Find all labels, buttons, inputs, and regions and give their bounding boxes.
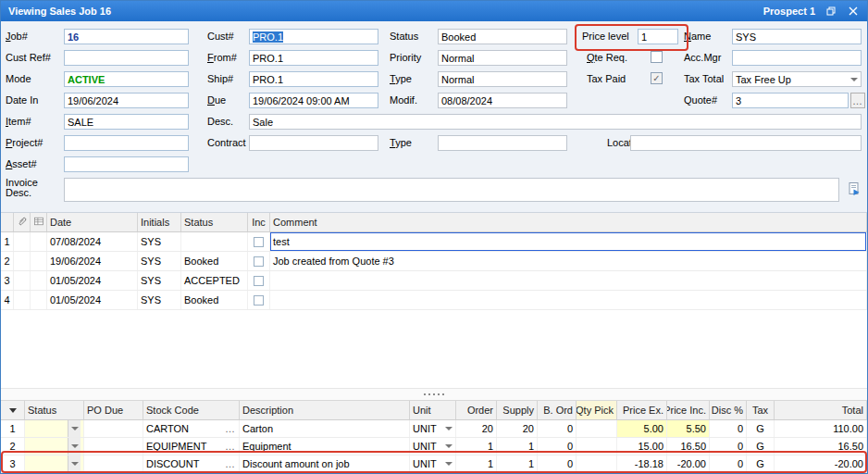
row-number[interactable]: 4 — [1, 291, 14, 309]
status-column-header[interactable]: Status — [181, 213, 248, 231]
asset-field[interactable] — [64, 156, 189, 172]
detail-cell[interactable] — [31, 291, 47, 309]
splitter-handle[interactable] — [1, 388, 867, 401]
row-number[interactable]: 1 — [1, 420, 25, 437]
row-number[interactable]: 2 — [1, 252, 14, 270]
b-ord-cell[interactable]: 0 — [538, 455, 577, 472]
lookup-ellipsis-icon[interactable]: … — [225, 458, 236, 469]
date-cell[interactable]: 01/05/2024 — [47, 271, 138, 290]
from-field[interactable]: PRO.1 — [249, 50, 378, 66]
inc-cell[interactable] — [248, 252, 270, 270]
order-cell[interactable]: 1 — [456, 455, 497, 472]
initials-cell[interactable]: SYS — [138, 291, 181, 309]
inc-checkbox[interactable] — [254, 237, 264, 247]
detail-column-header[interactable] — [31, 213, 47, 231]
date-cell[interactable]: 19/06/2024 — [47, 252, 138, 270]
price-inc-cell[interactable]: 5.50 — [667, 420, 710, 437]
status-dropdown-cell[interactable] — [25, 438, 84, 455]
inc-checkbox[interactable] — [254, 256, 264, 267]
unit-dropdown-cell[interactable]: UNIT — [410, 455, 456, 472]
modif-field[interactable]: 08/08/2024 — [438, 93, 567, 108]
price-inc-cell[interactable]: -20.00 — [667, 455, 710, 472]
stock-code-cell[interactable]: EQUIPMENT… — [143, 438, 240, 455]
comment-cell[interactable] — [270, 291, 867, 309]
b-ord-cell[interactable]: 0 — [538, 438, 577, 455]
qty-pick-cell[interactable] — [577, 455, 617, 472]
comment-column-header[interactable]: Comment — [270, 213, 867, 231]
supply-cell[interactable]: 1 — [497, 438, 538, 455]
desc-field[interactable]: Sale — [249, 114, 862, 130]
lookup-ellipsis-icon[interactable]: … — [225, 441, 236, 452]
row-number[interactable]: 3 — [1, 271, 14, 290]
qty-pick-cell[interactable] — [577, 438, 617, 455]
price-inc-column-header[interactable]: Price Inc. — [667, 401, 710, 419]
unit-dropdown-cell[interactable]: UNIT — [410, 438, 456, 455]
item-field[interactable]: SALE — [64, 114, 189, 130]
tax-cell[interactable]: G — [747, 420, 775, 437]
description-cell[interactable]: Equipment — [240, 438, 410, 455]
name-field[interactable]: SYS — [732, 29, 862, 44]
po-due-column-header[interactable]: PO Due — [84, 401, 143, 419]
inc-checkbox[interactable] — [254, 276, 264, 286]
mode-field[interactable]: ACTIVE — [64, 71, 189, 87]
detail-cell[interactable] — [31, 271, 47, 290]
status-dropdown-cell[interactable] — [25, 455, 84, 472]
dropdown-button[interactable] — [68, 455, 81, 472]
unit-dropdown-cell[interactable]: UNIT — [410, 420, 456, 437]
b-ord-column-header[interactable]: B. Ord — [538, 401, 577, 419]
cust-field[interactable]: PRO.1 — [249, 29, 378, 44]
date-in-field[interactable]: 19/06/2024 — [64, 93, 189, 108]
attachment-cell[interactable] — [14, 232, 31, 251]
date-cell[interactable]: 07/08/2024 — [47, 232, 138, 251]
total-cell[interactable]: -20.00 — [775, 455, 867, 472]
type2-field[interactable] — [438, 135, 567, 151]
quote-field[interactable]: 3 — [732, 93, 849, 108]
dropdown-button[interactable] — [68, 420, 81, 437]
detail-cell[interactable] — [31, 252, 47, 270]
status-field[interactable]: Booked — [438, 29, 567, 44]
qte-req-checkbox[interactable] — [651, 51, 663, 63]
initials-cell[interactable]: SYS — [138, 232, 181, 251]
description-column-header[interactable]: Description — [240, 401, 410, 419]
price-ex-cell[interactable]: 15.00 — [617, 438, 667, 455]
comment-cell[interactable] — [270, 271, 867, 290]
disc-column-header[interactable]: Disc % — [710, 401, 747, 419]
order-cell[interactable]: 1 — [456, 438, 497, 455]
comment-cell[interactable]: test — [270, 232, 867, 251]
inc-cell[interactable] — [248, 271, 270, 290]
po-due-cell[interactable] — [84, 455, 143, 472]
po-due-cell[interactable] — [84, 420, 143, 437]
invoice-desc-field[interactable] — [64, 178, 839, 202]
detail-cell[interactable] — [31, 232, 47, 251]
price-ex-cell[interactable]: -18.18 — [617, 455, 667, 472]
attachment-column-header[interactable] — [14, 213, 31, 231]
acc-mgr-field[interactable] — [732, 50, 862, 66]
inc-cell[interactable] — [248, 232, 270, 251]
po-due-cell[interactable] — [84, 438, 143, 455]
close-icon[interactable] — [847, 5, 860, 18]
description-cell[interactable]: Discount amount on job — [240, 455, 410, 472]
status-column-header[interactable]: Status — [25, 401, 84, 419]
qty-pick-cell[interactable] — [577, 420, 617, 437]
type-field[interactable]: Normal — [438, 71, 567, 87]
inc-checkbox[interactable] — [254, 295, 264, 306]
priority-field[interactable]: Normal — [438, 50, 567, 66]
date-cell[interactable]: 01/05/2024 — [47, 291, 138, 309]
initials-column-header[interactable]: Initials — [138, 213, 181, 231]
row-indicator-header[interactable] — [1, 401, 25, 419]
supply-column-header[interactable]: Supply — [497, 401, 538, 419]
contract-field[interactable] — [249, 135, 378, 151]
row-number[interactable]: 1 — [1, 232, 14, 251]
ship-field[interactable]: PRO.1 — [249, 71, 378, 87]
order-column-header[interactable]: Order — [456, 401, 497, 419]
price-ex-column-header[interactable]: Price Ex. — [617, 401, 667, 419]
status-cell[interactable] — [181, 232, 248, 251]
supply-cell[interactable]: 20 — [497, 420, 538, 437]
project-field[interactable] — [64, 135, 189, 151]
tax-column-header[interactable]: Tax — [747, 401, 775, 419]
lookup-ellipsis-icon[interactable]: … — [225, 423, 236, 434]
row-number-header[interactable] — [1, 213, 14, 231]
attachment-cell[interactable] — [14, 271, 31, 290]
status-cell[interactable]: Booked — [181, 252, 248, 270]
invoice-preview-icon[interactable] — [845, 181, 863, 197]
